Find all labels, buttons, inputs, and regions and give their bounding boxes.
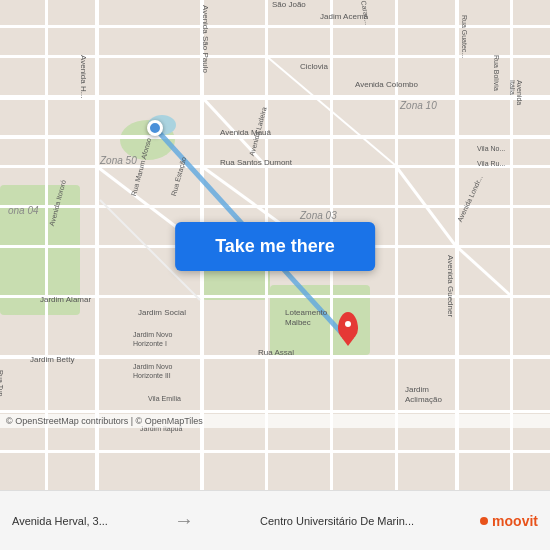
bottom-bar: Avenida Herval, 3... → Centro Universitá… xyxy=(0,490,550,550)
jadim-acema-label: Jadim Acema xyxy=(320,12,368,21)
av-h-label: Avenida H... xyxy=(79,55,88,98)
loteamento-malbec-label: LoteamentoMalbec xyxy=(285,308,327,329)
rua-bolivia-label: Rua Bolívia xyxy=(493,55,500,91)
ciclovia-label: Ciclovia xyxy=(300,62,328,71)
jardim-alamar-label: Jardim Alamar xyxy=(40,295,91,304)
zone-10-label: Zona 10 xyxy=(400,100,437,111)
jardim-aclimacao-label: JardimAclimação xyxy=(405,385,442,406)
rua-assal-label: Rua Assal xyxy=(258,348,294,357)
road-bot2 xyxy=(0,450,550,453)
sao-joao-label: São João xyxy=(272,0,306,9)
moovit-text: moovit xyxy=(492,513,538,529)
vila-no-label: Vila No... xyxy=(477,145,505,152)
road-maua xyxy=(0,135,550,139)
origin-marker xyxy=(147,120,163,136)
vila-ru-label: Vila Ru... xyxy=(477,160,505,167)
destination-address: Centro Universitário De Marin... xyxy=(260,515,414,527)
road-bot1 xyxy=(0,410,550,413)
av-italia-label: Avenida Itália xyxy=(509,80,523,107)
jardim-betty-label: Jardim Betty xyxy=(30,355,74,364)
jardim-novo-hz1-label: Jardim NovoHorizonte I xyxy=(133,330,172,348)
direction-arrow: → xyxy=(174,509,194,532)
vila-emilia-label: Vila Emília xyxy=(148,395,181,402)
moovit-logo: moovit xyxy=(480,513,538,529)
destination-marker xyxy=(338,312,358,340)
rua-guatec-label: Rua Guatec... xyxy=(461,15,468,58)
av-guedner-label: Avenida Guedner xyxy=(446,255,455,317)
zone-04-label: ona 04 xyxy=(8,205,39,216)
jardim-social-label: Jardim Social xyxy=(138,308,186,317)
map-attribution: © OpenStreetMap contributors | © OpenMap… xyxy=(0,414,550,428)
zone-50-label: Zona 50 xyxy=(100,155,137,166)
origin-info: Avenida Herval, 3... xyxy=(12,515,108,527)
av-maua-label: Avenida Mauá xyxy=(220,128,271,137)
map-container: Zona 50 Zona 03 Zona 10 ona 04 Jardim Al… xyxy=(0,0,550,490)
take-me-there-button[interactable]: Take me there xyxy=(175,222,375,271)
destination-info: Centro Universitário De Marin... xyxy=(260,515,414,527)
av-colombo-label: Avenida Colombo xyxy=(355,80,418,89)
av-sao-paulo-label: Avenida São Paulo xyxy=(201,5,210,73)
origin-address: Avenida Herval, 3... xyxy=(12,515,108,527)
moovit-dot xyxy=(480,517,488,525)
rua-santos-dumont-label: Rua Santos Dumont xyxy=(220,158,292,167)
jardim-novo-hz3-label: Jardim NovoHorizonte III xyxy=(133,362,172,380)
zone-03-label: Zona 03 xyxy=(300,210,337,221)
rua-tup-label: Rua Tup... xyxy=(0,370,4,402)
